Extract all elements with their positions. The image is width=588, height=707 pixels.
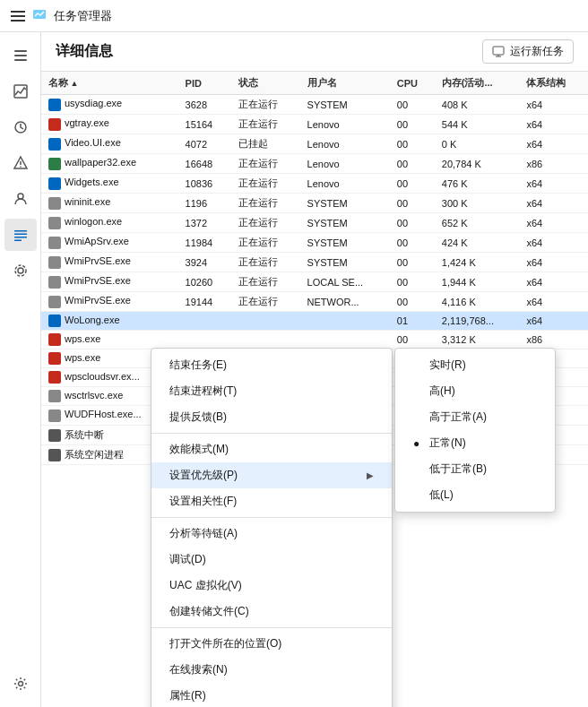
context-menu-item[interactable]: 创建转储文件(C): [151, 599, 392, 625]
sidebar-item-settings[interactable]: [4, 668, 37, 700]
col-memory[interactable]: 内存(活动...: [435, 72, 520, 95]
cell-name: WmiApSrv.exe: [41, 233, 178, 253]
context-menu-label: 效能模式(M): [169, 442, 229, 457]
cell-cpu: 00: [390, 194, 435, 213]
table-header-row: 名称 PID 状态 用户名 CPU 内存(活动... 体系结构: [41, 72, 588, 95]
cell-pid: 3628: [178, 95, 231, 115]
col-name[interactable]: 名称: [41, 72, 178, 95]
context-menu-item[interactable]: 调试(D): [151, 547, 392, 573]
context-menu-item[interactable]: 提供反馈(B): [151, 404, 392, 430]
context-menu-item[interactable]: 设置相关性(F): [151, 488, 392, 514]
submenu-item[interactable]: 低于正常(B): [395, 456, 555, 482]
table-row[interactable]: wininit.exe 1196 正在运行 SYSTEM 00 300 K x6…: [41, 194, 588, 213]
content-header: 详细信息 运行新任务: [41, 32, 588, 72]
table-row[interactable]: WmiPrvSE.exe 10260 正在运行 LOCAL SE... 00 1…: [41, 272, 588, 292]
cell-arch: x64: [519, 194, 588, 213]
table-row[interactable]: Widgets.exe 10836 正在运行 Lenovo 00 476 K x…: [41, 174, 588, 194]
sidebar-item-startup[interactable]: [4, 147, 37, 179]
table-row[interactable]: WmiPrvSE.exe 3924 正在运行 SYSTEM 00 1,424 K…: [41, 253, 588, 272]
cell-username: Lenovo: [300, 174, 390, 194]
context-menu-item[interactable]: UAC 虚拟化(V): [151, 573, 392, 599]
context-menu-item[interactable]: 效能模式(M): [151, 436, 392, 462]
process-icon: [48, 138, 61, 151]
sidebar-item-users[interactable]: [4, 183, 37, 215]
col-status[interactable]: 状态: [231, 72, 300, 95]
context-menu-item[interactable]: 分析等待链(A): [151, 521, 392, 547]
cell-cpu: 00: [390, 134, 435, 154]
table-row[interactable]: Video.UI.exe 4072 已挂起 Lenovo 00 0 K x64: [41, 134, 588, 154]
submenu-item[interactable]: 高于正常(A): [395, 404, 555, 430]
cell-username: LOCAL SE...: [300, 272, 390, 292]
cell-name: WmiPrvSE.exe: [41, 292, 178, 312]
svg-rect-10: [14, 230, 27, 232]
title-bar: 任务管理器: [0, 0, 588, 32]
table-row[interactable]: winlogon.exe 1372 正在运行 SYSTEM 00 652 K x…: [41, 213, 588, 233]
sidebar-item-apphistory[interactable]: [4, 111, 37, 143]
submenu-item[interactable]: 低(L): [395, 482, 555, 508]
process-icon: [48, 429, 61, 442]
table-row[interactable]: wallpaper32.exe 16648 正在运行 Lenovo 00 20,…: [41, 154, 588, 174]
context-menu-label: 提供反馈(B): [169, 410, 227, 425]
cell-cpu: 00: [390, 174, 435, 194]
cell-status: 正在运行: [231, 292, 300, 312]
cell-status: [231, 331, 300, 349]
context-menu-item[interactable]: 在线搜索(N): [151, 657, 392, 683]
table-row[interactable]: usysdiag.exe 3628 正在运行 SYSTEM 00 408 K x…: [41, 95, 588, 115]
cell-memory: 1,944 K: [435, 272, 520, 292]
submenu: 实时(R) 高(H) 高于正常(A) ● 正常(N) 低于正常(B) 低(L): [394, 348, 556, 513]
table-row[interactable]: WmiApSrv.exe 11984 正在运行 SYSTEM 00 424 K …: [41, 233, 588, 253]
col-pid[interactable]: PID: [178, 72, 231, 95]
sidebar-item-services[interactable]: [4, 254, 37, 287]
cell-status: 正在运行: [231, 272, 300, 292]
cell-status: 正在运行: [231, 95, 300, 115]
cell-name: wallpaper32.exe: [41, 154, 178, 174]
context-menu-item[interactable]: 属性(R): [151, 683, 392, 707]
svg-point-9: [18, 194, 23, 199]
run-task-button[interactable]: 运行新任务: [482, 39, 574, 64]
table-row[interactable]: WmiPrvSE.exe 19144 正在运行 NETWOR... 00 4,1…: [41, 292, 588, 312]
context-menu-label: 分析等待链(A): [169, 526, 238, 541]
cell-pid: 10836: [178, 174, 231, 194]
cell-memory: 2,119,768...: [435, 312, 520, 331]
submenu-label: 正常(N): [429, 435, 466, 451]
run-task-icon: [492, 46, 505, 58]
context-menu-item[interactable]: 打开文件所在的位置(O): [151, 631, 392, 657]
col-username[interactable]: 用户名: [300, 72, 390, 95]
cell-status: 正在运行: [231, 213, 300, 233]
cell-username: SYSTEM: [300, 213, 390, 233]
cell-cpu: 00: [390, 233, 435, 253]
cell-memory: 544 K: [435, 115, 520, 134]
context-menu-item[interactable]: 设置优先级(P)▶: [151, 462, 392, 488]
context-menu-item[interactable]: 结束任务(E): [151, 352, 392, 378]
cell-memory: 476 K: [435, 174, 520, 194]
context-menu-separator: [151, 433, 392, 434]
sidebar-item-details[interactable]: [4, 219, 37, 251]
submenu-label: 高于正常(A): [429, 410, 487, 425]
context-menu-label: 结束进程树(T): [169, 384, 237, 399]
cell-cpu: 00: [390, 331, 435, 349]
context-menu-item[interactable]: 结束进程树(T): [151, 378, 392, 404]
table-row[interactable]: WoLong.exe 01 2,119,768... x64: [41, 312, 588, 331]
cell-username: SYSTEM: [300, 233, 390, 253]
svg-point-16: [18, 682, 22, 686]
submenu-item[interactable]: 高(H): [395, 378, 555, 404]
cell-memory: 1,424 K: [435, 253, 520, 272]
cell-cpu: 00: [390, 253, 435, 272]
table-row[interactable]: wps.exe 00 3,312 K x86: [41, 331, 588, 349]
hamburger-menu[interactable]: [11, 11, 25, 22]
submenu-label: 低(L): [429, 487, 454, 503]
col-cpu[interactable]: CPU: [390, 72, 435, 95]
sidebar-item-performance[interactable]: [4, 75, 37, 108]
submenu-label: 高(H): [429, 384, 455, 399]
cell-username: SYSTEM: [300, 95, 390, 115]
table-row[interactable]: vgtray.exe 15164 正在运行 Lenovo 00 544 K x6…: [41, 115, 588, 134]
context-menu-label: 在线搜索(N): [169, 662, 228, 677]
col-arch[interactable]: 体系结构: [519, 72, 588, 95]
submenu-item[interactable]: ● 正常(N): [395, 430, 555, 456]
svg-rect-11: [14, 234, 27, 236]
cell-name: wininit.exe: [41, 194, 178, 213]
sidebar-item-processes[interactable]: [4, 39, 37, 72]
cell-username: Lenovo: [300, 154, 390, 174]
cell-arch: x64: [519, 272, 588, 292]
submenu-item[interactable]: 实时(R): [395, 352, 555, 378]
